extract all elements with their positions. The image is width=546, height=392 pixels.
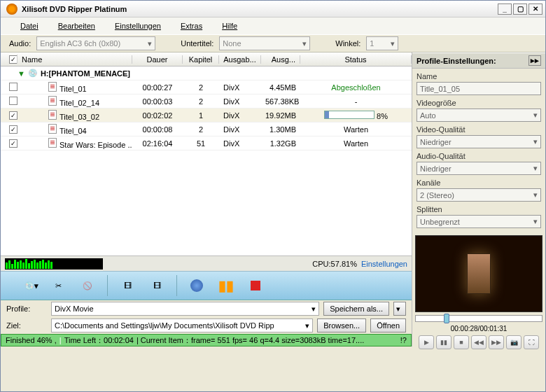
chevron-down-icon: ▾ <box>312 304 316 314</box>
disc-icon: 💿 <box>28 69 38 78</box>
row-checkbox[interactable] <box>9 97 18 105</box>
seek-knob[interactable] <box>444 314 449 323</box>
save-as-button[interactable]: Speichern als... <box>323 302 389 316</box>
play-button[interactable]: ▶ <box>419 335 434 349</box>
dest-row: Ziel: C:\Documents and Settings\ljw\My D… <box>1 317 412 334</box>
load-dvd-button[interactable]: 💿▾ <box>8 276 38 295</box>
chan-select[interactable]: 2 (Stereo)▾ <box>416 188 541 202</box>
table-row[interactable]: ✓ Star Wars: Episode ... 02:16:04 51 Div… <box>1 136 412 150</box>
file-icon <box>48 110 57 120</box>
menu-extras[interactable]: Extras <box>181 22 202 30</box>
chevron-down-icon: ▾ <box>533 111 538 120</box>
col-name[interactable]: Name <box>18 55 132 64</box>
menu-help[interactable]: Hilfe <box>222 22 237 30</box>
vqual-select[interactable]: Niedriger▾ <box>416 135 541 148</box>
table-row[interactable]: Titel_01 00:00:27 2 DivX 4.45MB Abgeschl… <box>1 80 412 94</box>
main-toolbar: 💿▾ ✂ 🚫 🎞 🎞 ▮▮ <box>1 271 412 300</box>
split-select[interactable]: Unbegrenzt▾ <box>416 215 541 228</box>
dest-label: Ziel: <box>6 321 47 330</box>
audio-label: Audio: <box>9 39 31 48</box>
vqual-label: Video-Qualität <box>416 125 541 134</box>
profile-select[interactable]: DivX Movie▾ <box>51 302 319 316</box>
pause-button[interactable]: ▮▮ <box>216 276 236 295</box>
col-chapter[interactable]: Kapitel <box>183 55 219 64</box>
col-status[interactable]: Status <box>300 55 412 64</box>
row-checkbox[interactable] <box>9 83 18 91</box>
cut-button[interactable]: ✂ <box>48 276 68 295</box>
open-button[interactable]: Öffnen <box>370 318 406 332</box>
profile-label: Profile: <box>6 304 47 313</box>
split-label: Splitten <box>416 205 541 214</box>
profile-row: Profile: DivX Movie▾ Speichern als... ▾ <box>1 300 412 317</box>
prev-button[interactable]: ◀◀ <box>471 335 486 349</box>
chevron-down-icon: ▾ <box>305 321 309 330</box>
row-checkbox[interactable]: ✓ <box>9 111 18 120</box>
chevron-down-icon: ▾ <box>144 39 152 48</box>
preview-time: 00:00:28/00:01:31 <box>415 325 542 332</box>
menubar: Datei Bearbeiten Einstellungen Extras Hi… <box>1 18 545 34</box>
chevron-down-icon: ▾ <box>533 137 538 146</box>
chevron-down-icon: ▾ <box>533 164 538 173</box>
fullscreen-button[interactable]: ⛶ <box>524 335 539 349</box>
preview-frame <box>415 235 542 312</box>
table-body: ▼💿H:[PHANTOM_MENACE] Titel_01 00:00:27 2… <box>1 66 412 255</box>
vsize-select[interactable]: Auto▾ <box>416 108 541 122</box>
add-clip-button[interactable]: 🎞 <box>147 276 167 295</box>
chevron-down-icon: ▾ <box>533 217 538 226</box>
maximize-button[interactable]: ▢ <box>513 4 527 15</box>
table-row[interactable]: Titel_02_14 00:00:03 2 DivX 567.38KB - <box>1 94 412 108</box>
col-format[interactable]: Ausgab... <box>219 55 261 64</box>
subtitle-select[interactable]: None▾ <box>219 36 310 50</box>
status-current: | Current Item：frame= 551 fps= 46 q=4.4 … <box>136 335 364 346</box>
checkbox-all[interactable]: ✓ <box>9 55 18 64</box>
cpu-graph <box>5 258 103 270</box>
cpu-settings-link[interactable]: Einstellungen <box>361 260 407 268</box>
expand-panel-button[interactable]: ▸▸ <box>528 55 541 66</box>
expand-icon[interactable]: ▼ <box>18 69 25 78</box>
status-timeleft: Time Left：00:02:04 <box>64 335 134 346</box>
profile-menu-button[interactable]: ▾ <box>393 302 406 316</box>
stop-button[interactable] <box>246 276 265 295</box>
pause-preview-button[interactable]: ▮▮ <box>436 335 451 349</box>
file-icon <box>48 82 57 92</box>
audio-select[interactable]: English AC3 6ch (0x80)▾ <box>36 36 155 50</box>
col-duration[interactable]: Dauer <box>132 55 183 64</box>
stop-preview-button[interactable]: ■ <box>454 335 469 349</box>
menu-file[interactable]: Datei <box>20 22 38 30</box>
minimize-button[interactable]: _ <box>498 4 512 15</box>
aqual-label: Audio-Qualität <box>416 152 541 160</box>
dest-input[interactable]: C:\Documents and Settings\ljw\My Documen… <box>51 318 313 332</box>
profile-settings-header: Profile-Einstellungen: ▸▸ <box>412 52 545 69</box>
aqual-select[interactable]: Niedriger▾ <box>416 162 541 175</box>
disc-row[interactable]: ▼💿H:[PHANTOM_MENACE] <box>1 66 412 80</box>
table-row[interactable]: ✓ Titel_03_02 00:02:02 1 DivX 19.92MB 8% <box>1 108 412 122</box>
angle-select[interactable]: 1▾ <box>366 36 398 50</box>
vsize-label: Videogröße <box>416 99 541 107</box>
chan-label: Kanäle <box>416 178 541 187</box>
clip-button[interactable]: 🎞 <box>118 276 137 295</box>
chevron-down-icon: ▾ <box>298 39 307 48</box>
row-checkbox[interactable]: ✓ <box>9 125 18 134</box>
snapshot-button[interactable]: 📷 <box>506 335 522 349</box>
menu-settings[interactable]: Einstellungen <box>115 22 161 30</box>
next-button[interactable]: ▶▶ <box>489 335 504 349</box>
cant-button[interactable]: 🚫 <box>78 276 97 295</box>
chevron-down-icon: ▾ <box>533 190 538 200</box>
status-ext[interactable]: !? <box>400 336 407 344</box>
name-field[interactable]: Title_01_05 <box>416 82 541 95</box>
table-row[interactable]: ✓ Titel_04 00:00:08 2 DivX 1.30MB Warten <box>1 122 412 136</box>
record-button[interactable] <box>187 276 206 295</box>
disc-label: H:[PHANTOM_MENACE] <box>41 69 130 78</box>
close-button[interactable]: ✕ <box>528 4 542 15</box>
titlebar: Xilisoft DVD Ripper Platinum _ ▢ ✕ <box>1 1 545 18</box>
chevron-down-icon: ▾ <box>386 39 395 48</box>
audio-bar: Audio: English AC3 6ch (0x80)▾ Untertite… <box>1 34 545 52</box>
file-icon <box>48 124 57 134</box>
preview-seek[interactable] <box>415 315 542 322</box>
row-checkbox[interactable]: ✓ <box>9 139 18 148</box>
menu-edit[interactable]: Bearbeiten <box>58 22 95 30</box>
col-size[interactable]: Ausg... <box>261 55 300 64</box>
browse-button[interactable]: Browsen... <box>317 318 366 332</box>
file-icon <box>48 96 57 106</box>
cpu-bar: CPU:57.81% Einstellungen <box>1 255 412 271</box>
